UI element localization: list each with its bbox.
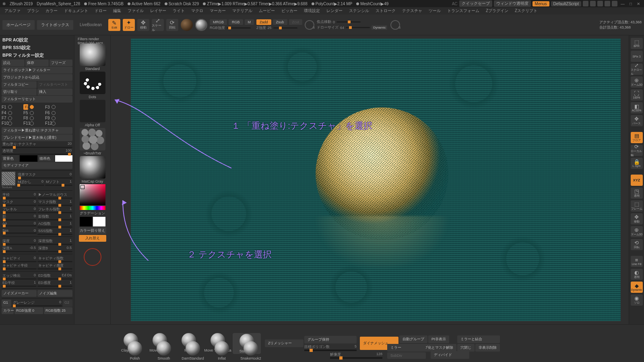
slider-AO指数[interactable]: AO指数1 [37, 221, 72, 228]
settings-icon[interactable] [605, 1, 610, 6]
right-100%[interactable]: ⛶100% [631, 89, 643, 101]
rgb-exp-slider[interactable]: RGB指数 25 [44, 307, 72, 314]
menu-カラー[interactable]: カラー [43, 7, 60, 14]
gyro-icon[interactable] [195, 19, 207, 31]
filter-reset-button[interactable]: フィルターリセット [2, 96, 72, 103]
menus-button[interactable]: Menus [533, 1, 549, 6]
f5-radio[interactable] [30, 111, 34, 115]
slider-深度指数[interactable]: 深度指数1 [37, 239, 72, 245]
zadd-button[interactable]: Zadd [256, 19, 271, 25]
right-透明[interactable]: ◳透明 [631, 187, 643, 199]
right-L.Sym[interactable]: 🔒L.Sym [631, 158, 643, 169]
menu-ライト[interactable]: ライト [170, 7, 188, 14]
brush-SnakeHook2[interactable]: SnakeHook2 [237, 341, 265, 360]
slider-ED指数[interactable]: ED指数Ed Ds [37, 273, 72, 280]
m-blur-slider[interactable]: Mぼかし0 [17, 179, 44, 186]
menu-トランスフォーム[interactable]: トランスフォーム [444, 7, 482, 14]
g1-button[interactable]: G1 [2, 300, 11, 307]
slider-ED半径[interactable]: ED半径1 [2, 280, 37, 287]
zremesher-button[interactable]: Zリメッシャー [265, 339, 303, 347]
del-hidden-button[interactable]: 非表示削除 [475, 344, 500, 352]
slider-Ao[interactable]: Ao0 [2, 221, 37, 228]
pt-hide-button[interactable]: Pt非表示 [428, 335, 449, 343]
material-preview-icon[interactable] [181, 19, 193, 31]
right-ズーム3D[interactable]: ⊕ズーム3D [631, 226, 643, 237]
filter-overlay-button[interactable]: フィルター▶重ね塗り:テクスチャ [2, 127, 72, 134]
minimize-icon[interactable]: — [619, 2, 626, 6]
color-swap-button[interactable]: カラー切り替え [79, 227, 106, 234]
layout-icon[interactable] [590, 1, 596, 6]
overlay-slider[interactable]: 重ね塗り:テクスチャ20 [2, 142, 72, 148]
material-selector[interactable]: MatCap Gray [78, 156, 107, 183]
cut-button[interactable]: 切り取り [2, 88, 37, 95]
liveboolean-button[interactable]: LiveBoolean [76, 21, 106, 29]
slider-深度B[interactable]: 深度B0.5 [37, 246, 72, 252]
hue-slider[interactable] [80, 206, 105, 210]
mirror-button[interactable]: ミラー [387, 344, 426, 352]
maximize-icon[interactable]: □ [628, 2, 634, 6]
window-transparency-button[interactable]: ウィンドウ透明度 [494, 0, 531, 7]
menu-ムービー[interactable]: ムービー [256, 7, 278, 14]
menu-ピッカー[interactable]: ピッカー [279, 7, 300, 14]
draw-mode-button[interactable]: ✦ドロー [123, 19, 135, 31]
modifier-button[interactable]: モディファイア [2, 162, 72, 169]
menu-編集[interactable]: 編集 [110, 7, 124, 14]
right-SPix 3[interactable]: SPix 3 [631, 51, 643, 62]
insert-button[interactable]: 挿入 [37, 88, 72, 95]
mrgb-button[interactable]: MRGB [210, 19, 227, 25]
menu-環境設定[interactable]: 環境設定 [301, 7, 323, 14]
drawsize-slider[interactable] [346, 27, 370, 28]
rgb-intensity-slider[interactable] [227, 27, 251, 29]
right-AC50%[interactable]: ◧AC50% [631, 102, 643, 113]
menu-マーカー[interactable]: マーカー [207, 7, 229, 14]
f8-radio[interactable] [30, 116, 34, 120]
layout-icon[interactable] [583, 1, 588, 6]
menu-ファイル[interactable]: ファイル [125, 7, 147, 14]
zsub-button[interactable]: Zsub [273, 19, 287, 25]
quicksave-button[interactable]: クイックセーブ [459, 0, 492, 7]
canvas-area[interactable]: １ 「重ね塗り:テクスチャ」を選択 ２ テクスチャを選択 [111, 35, 629, 324]
zcut-button[interactable]: Zcut [289, 19, 303, 25]
focal-slider[interactable] [336, 21, 361, 23]
stroke-selector[interactable]: Dots [78, 72, 107, 99]
dynamic-button[interactable]: Dynamic [372, 25, 387, 30]
viewport[interactable] [131, 39, 621, 321]
move-mode-button[interactable]: ✥移動 [137, 19, 149, 31]
brush-Polish[interactable]: Polish [121, 341, 149, 360]
slider-半径[interactable]: 半径0 [2, 192, 37, 199]
f6-radio[interactable] [52, 111, 56, 115]
f10-radio[interactable] [8, 121, 12, 125]
right-ソロ[interactable]: ◉ソロ [631, 294, 643, 306]
filter-paste-button[interactable]: フィルタペースト [37, 81, 72, 88]
slider-SSS指数[interactable]: SSS指数1 [37, 228, 72, 235]
project-load-button[interactable]: プロジェクトから読込 [2, 74, 72, 81]
f12-radio[interactable] [52, 121, 56, 125]
slider-エッジ検出[interactable]: エッジ検出0 [2, 273, 37, 280]
m-soft-slider[interactable]: Mソフト1 [45, 179, 72, 186]
menu-アルファ[interactable]: アルファ [2, 7, 23, 14]
bpr-ao-header[interactable]: BPR AO設定 [2, 36, 72, 44]
blend-mode-button[interactable]: ブレンドモード▶置き換え(通常) [2, 134, 72, 141]
info-icon[interactable] [612, 1, 617, 6]
right-Line Fill[interactable]: ≡Line Fill [631, 256, 643, 267]
slider-▶ノーマルガウス[interactable]: ▶ノーマルガウス [37, 192, 72, 199]
slider-ED感度[interactable]: ED感度1 [37, 280, 72, 287]
right-パース[interactable]: ✥パース [631, 115, 643, 126]
load-button[interactable]: 読込 [2, 60, 25, 66]
swap-button[interactable]: 入れ替え [79, 235, 106, 242]
slider-Sss[interactable]: Sss0 [2, 228, 37, 235]
edit-mode-button[interactable]: ✎Edit [108, 19, 120, 31]
mirror-weld-button[interactable]: ミラーと結合 [457, 335, 500, 343]
noise-maker-button[interactable]: ノイズメーカー [2, 290, 37, 297]
divide-button[interactable]: ディバイド [431, 351, 469, 359]
brush-DamStandard[interactable]: DamStandard [179, 341, 207, 360]
slider-深度A[interactable]: 深度A-0.5 [2, 246, 37, 252]
f3-radio[interactable] [52, 105, 56, 109]
menu-Zプラグイン[interactable]: Zプラグイン [483, 7, 511, 14]
sv-picker[interactable] [80, 184, 105, 205]
menu-ドロー[interactable]: ドロー [92, 7, 109, 14]
lightbox-button[interactable]: ライトボックス [37, 20, 73, 30]
right-透明[interactable]: ◐透明 [631, 269, 643, 280]
autogroup-button[interactable]: 自動グループ [399, 335, 427, 343]
draw-color-swatch[interactable] [55, 155, 72, 162]
